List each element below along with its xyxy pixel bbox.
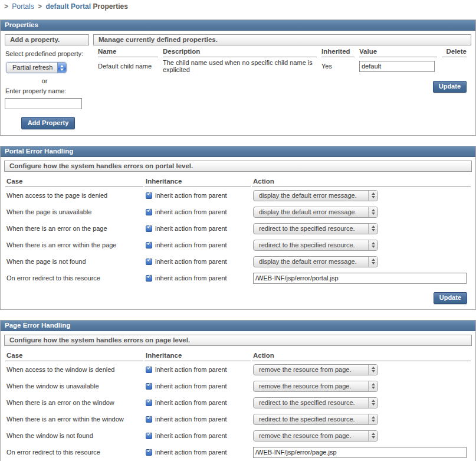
inherit-label: inherit action from parent bbox=[155, 274, 227, 282]
checkbox-checked-icon: ✓ bbox=[146, 446, 153, 454]
action-selected-value: redirect to the specified resource. bbox=[254, 414, 368, 424]
error-rule-row: When there is an error on the page ✓inhe… bbox=[5, 220, 471, 237]
inherit-checkbox[interactable]: ✓ bbox=[146, 242, 152, 249]
action-select[interactable]: redirect to the specified resource. bbox=[253, 397, 378, 408]
property-description: The child name used when no specific chi… bbox=[163, 57, 317, 75]
stepper-down-icon bbox=[372, 212, 375, 215]
stepper-up-icon bbox=[372, 416, 375, 419]
properties-update-button[interactable]: Update bbox=[433, 81, 467, 93]
stepper-up-icon bbox=[372, 433, 375, 435]
inherit-label: inherit action from parent bbox=[155, 225, 227, 232]
inherit-label: inherit action from parent bbox=[155, 382, 227, 390]
breadcrumb-link-portals[interactable]: Portals bbox=[12, 2, 34, 11]
inherit-checkbox[interactable]: ✓ bbox=[146, 192, 152, 199]
column-header-action: Action bbox=[252, 175, 471, 187]
add-property-button[interactable]: Add Property bbox=[21, 117, 75, 129]
action-select[interactable]: redirect to the specified resource. bbox=[253, 223, 378, 234]
select-stepper bbox=[368, 365, 377, 375]
property-delete-cell bbox=[442, 57, 467, 75]
action-select[interactable]: redirect to the specified resource. bbox=[253, 414, 378, 425]
checkbox-checked-icon: ✓ bbox=[146, 239, 153, 247]
case-label: On error redirect to this resource bbox=[5, 270, 143, 286]
property-name-input[interactable] bbox=[5, 98, 82, 109]
error-rule-row: When the window is unavailable ✓inherit … bbox=[5, 378, 471, 394]
or-text: or bbox=[5, 77, 84, 84]
inherit-checkbox[interactable]: ✓ bbox=[146, 225, 152, 232]
action-selected-value: redirect to the specified resource. bbox=[254, 240, 368, 250]
action-selected-value: display the default error message. bbox=[254, 191, 368, 201]
select-stepper bbox=[368, 381, 377, 391]
column-header-case: Case bbox=[5, 349, 143, 361]
breadcrumb: > Portals > default Portal Properties bbox=[0, 0, 476, 12]
case-label: When the window is not found bbox=[5, 427, 143, 444]
stepper-down-icon bbox=[372, 403, 375, 406]
manage-properties-panel: Manage currently defined properties. Nam… bbox=[93, 34, 471, 129]
portal-error-update-button[interactable]: Update bbox=[434, 292, 467, 304]
action-select[interactable]: remove the resource from page. bbox=[253, 430, 378, 442]
inherit-label: inherit action from parent bbox=[155, 449, 227, 456]
stepper-down-icon bbox=[372, 387, 375, 389]
inherit-checkbox[interactable]: ✓ bbox=[146, 259, 152, 265]
action-select[interactable]: remove the resource from page. bbox=[253, 381, 378, 392]
action-select[interactable]: display the default error message. bbox=[253, 256, 378, 267]
select-stepper bbox=[368, 257, 377, 267]
stepper-up-icon bbox=[372, 225, 375, 228]
inherit-label: inherit action from parent bbox=[155, 208, 227, 215]
property-value-input[interactable] bbox=[359, 61, 435, 72]
action-selected-value: redirect to the specified resource. bbox=[254, 398, 368, 408]
predefined-property-select[interactable]: Partial refresh bbox=[6, 62, 67, 73]
inherit-checkbox[interactable]: ✓ bbox=[146, 416, 152, 423]
properties-section-title: Properties bbox=[1, 20, 475, 31]
action-selected-value: remove the resource from page. bbox=[254, 381, 368, 391]
action-select[interactable]: redirect to the specified resource. bbox=[253, 240, 378, 251]
redirect-resource-input[interactable] bbox=[253, 273, 467, 284]
predefined-property-selected-value: Partial refresh bbox=[6, 63, 57, 73]
checkbox-checked-icon: ✓ bbox=[146, 430, 153, 437]
stepper-up-icon bbox=[372, 367, 375, 369]
stepper-up-icon bbox=[372, 400, 375, 402]
stepper-down-icon bbox=[372, 196, 375, 198]
case-label: When there is an error on the page bbox=[5, 220, 143, 237]
error-rule-row: When the page is not found ✓inherit acti… bbox=[5, 253, 471, 270]
column-header-action: Action bbox=[252, 349, 471, 361]
column-header-description: Description bbox=[163, 45, 317, 57]
page-error-section-title: Page Error Handling bbox=[1, 321, 475, 331]
checkbox-checked-icon: ✓ bbox=[146, 397, 153, 404]
stepper-down-icon bbox=[372, 262, 375, 264]
case-label: When the window is unavailable bbox=[5, 378, 143, 394]
inherit-checkbox[interactable]: ✓ bbox=[146, 275, 152, 282]
column-header-inheritance: Inheritance bbox=[145, 175, 251, 187]
inherit-checkbox[interactable]: ✓ bbox=[146, 433, 152, 439]
case-label: When there is an error within the page bbox=[5, 237, 143, 253]
column-header-case: Case bbox=[5, 175, 143, 187]
page-error-subtitle: Configure how the system handles errors … bbox=[4, 335, 472, 346]
stepper-down-icon bbox=[372, 229, 375, 231]
breadcrumb-separator: > bbox=[4, 2, 8, 11]
inherit-label: inherit action from parent bbox=[155, 432, 227, 439]
action-select[interactable]: display the default error message. bbox=[253, 190, 378, 201]
property-inherited: Yes bbox=[321, 57, 354, 75]
case-label: When there is an error within the window bbox=[5, 411, 143, 427]
manage-properties-header: Manage currently defined properties. bbox=[93, 34, 471, 45]
inherit-checkbox[interactable]: ✓ bbox=[146, 400, 152, 406]
add-property-panel: Add a property. Select predefined proper… bbox=[5, 34, 89, 129]
stepper-up-icon bbox=[60, 65, 64, 67]
action-select[interactable]: display the default error message. bbox=[253, 207, 378, 218]
select-stepper bbox=[57, 63, 66, 73]
inherit-label: inherit action from parent bbox=[155, 192, 227, 199]
stepper-up-icon bbox=[372, 383, 375, 385]
inherit-checkbox[interactable]: ✓ bbox=[146, 449, 152, 456]
redirect-resource-input[interactable] bbox=[253, 447, 467, 458]
error-rule-row: When there is an error within the window… bbox=[5, 411, 471, 427]
checkbox-checked-icon: ✓ bbox=[146, 206, 153, 214]
inherit-checkbox[interactable]: ✓ bbox=[146, 383, 152, 390]
stepper-up-icon bbox=[372, 259, 375, 261]
inherit-checkbox[interactable]: ✓ bbox=[146, 209, 152, 215]
column-header-delete: Delete bbox=[442, 45, 467, 57]
inherit-checkbox[interactable]: ✓ bbox=[146, 367, 152, 373]
select-stepper bbox=[368, 224, 377, 234]
portal-error-section-title: Portal Error Handling bbox=[1, 146, 475, 157]
stepper-down-icon bbox=[60, 68, 64, 71]
action-select[interactable]: remove the resource from page. bbox=[253, 364, 378, 375]
stepper-down-icon bbox=[372, 420, 375, 422]
